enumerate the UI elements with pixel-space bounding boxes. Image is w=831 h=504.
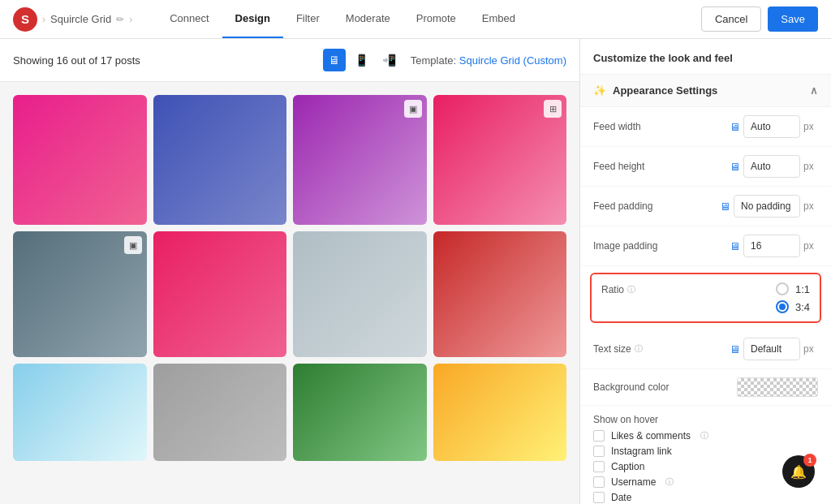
- monitor-icon[interactable]: 🖥: [730, 343, 740, 355]
- tab-moderate[interactable]: Moderate: [333, 0, 403, 38]
- monitor-icon[interactable]: 🖥: [730, 121, 740, 133]
- text-size-unit: px: [803, 343, 818, 355]
- grid-item[interactable]: [153, 95, 287, 225]
- likes-info-icon[interactable]: ⓘ: [700, 430, 708, 442]
- showing-text: Showing 16 out of 17 posts: [13, 54, 313, 67]
- ratio-options: 1:1 3:4: [776, 282, 810, 313]
- tab-connect[interactable]: Connect: [157, 0, 222, 38]
- grid-item[interactable]: ▣: [13, 231, 147, 357]
- ratio-row: Ratio ⓘ 1:1 3:4: [590, 273, 821, 323]
- tab-filter[interactable]: Filter: [283, 0, 333, 38]
- feed-height-row: Feed height 🖥 px: [580, 147, 831, 187]
- wand-icon: ✨: [593, 84, 606, 97]
- tab-embed[interactable]: Embed: [469, 0, 528, 38]
- background-color-row: Background color: [580, 369, 831, 406]
- text-size-info-icon[interactable]: ⓘ: [635, 343, 643, 355]
- feed-height-controls: 🖥 px: [730, 155, 818, 178]
- text-size-row: Text size ⓘ 🖥 px: [580, 330, 831, 369]
- username-info-icon[interactable]: ⓘ: [665, 476, 674, 488]
- grid-item[interactable]: ▣: [293, 95, 427, 225]
- monitor-icon[interactable]: 🖥: [730, 161, 740, 173]
- section-title: Appearance Settings: [613, 84, 717, 97]
- checkbox-likes[interactable]: [593, 430, 605, 442]
- cancel-button[interactable]: Cancel: [701, 6, 761, 32]
- right-panel: Customize the look and feel ✨ Appearance…: [579, 39, 831, 504]
- tablet-icon[interactable]: 📱: [351, 49, 373, 71]
- notification-badge: 1: [803, 454, 816, 467]
- background-color-picker[interactable]: [737, 377, 818, 397]
- mobile-icon[interactable]: 📲: [378, 49, 401, 71]
- image-padding-controls: 🖥 px: [730, 235, 818, 257]
- breadcrumb-chevron-2: ›: [129, 14, 132, 25]
- grid-item[interactable]: [293, 364, 427, 461]
- feed-padding-unit: px: [803, 200, 818, 212]
- panel-header: Customize the look and feel: [580, 39, 831, 75]
- breadcrumb-label: Squircle Grid: [50, 13, 111, 25]
- hover-username-label: Username: [611, 476, 656, 488]
- text-size-input[interactable]: [743, 338, 800, 360]
- feed-width-input[interactable]: [743, 115, 800, 138]
- radio-3-4[interactable]: [776, 300, 789, 313]
- feed-height-label: Feed height: [593, 161, 730, 172]
- radio-1-1[interactable]: [776, 282, 789, 295]
- hover-likes-label: Likes & comments: [611, 430, 691, 442]
- template-label: Template: Squircle Grid (Custom): [411, 54, 566, 67]
- ratio-1-1-label: 1:1: [795, 283, 810, 295]
- text-size-controls: 🖥 px: [730, 338, 818, 360]
- feed-padding-row: Feed padding 🖥 px: [580, 187, 831, 226]
- monitor-icon[interactable]: 🖥: [720, 200, 730, 213]
- nav-tabs: Connect Design Filter Moderate Promote E…: [157, 0, 528, 38]
- show-on-hover-label: Show on hover: [593, 414, 658, 425]
- tab-promote[interactable]: Promote: [403, 0, 469, 38]
- breadcrumb-chevron-1: ›: [42, 14, 45, 25]
- grid-item[interactable]: [13, 95, 147, 225]
- section-collapse-icon[interactable]: ∧: [810, 84, 818, 97]
- grid-item[interactable]: [293, 231, 427, 357]
- image-padding-label: Image padding: [593, 240, 730, 252]
- text-size-label: Text size ⓘ: [593, 343, 730, 355]
- image-padding-unit: px: [803, 240, 818, 252]
- show-on-hover-row: Show on hover Likes & comments ⓘ Instagr…: [580, 406, 831, 504]
- ratio-option-1-1[interactable]: 1:1: [776, 282, 810, 295]
- image-padding-input[interactable]: [743, 235, 800, 257]
- section-header: ✨ Appearance Settings ∧: [580, 75, 831, 107]
- app-logo: S: [13, 7, 37, 32]
- corner-badge: ▣: [404, 100, 422, 118]
- breadcrumb-edit-icon[interactable]: ✏: [116, 14, 124, 25]
- desktop-icon[interactable]: 🖥: [323, 49, 346, 71]
- hover-instagram-label: Instagram link: [611, 446, 672, 457]
- background-color-label: Background color: [593, 381, 737, 393]
- hover-date-label: Date: [611, 492, 631, 503]
- feed-width-unit: px: [803, 121, 818, 132]
- hover-option-date[interactable]: Date: [593, 492, 818, 503]
- template-link[interactable]: Squircle Grid (Custom): [459, 54, 566, 67]
- checkbox-date[interactable]: [593, 492, 605, 503]
- feed-height-input[interactable]: [743, 155, 800, 178]
- checkbox-caption[interactable]: [593, 461, 605, 472]
- grid-item[interactable]: ⊞: [433, 95, 567, 225]
- corner-badge: ▣: [124, 236, 142, 254]
- hover-option-likes[interactable]: Likes & comments ⓘ: [593, 430, 818, 442]
- feed-padding-input[interactable]: [734, 195, 800, 218]
- monitor-icon[interactable]: 🖥: [730, 240, 740, 252]
- checkbox-instagram[interactable]: [593, 446, 605, 457]
- feed-padding-controls: 🖥 px: [720, 195, 818, 218]
- feed-height-unit: px: [803, 161, 818, 172]
- content-toolbar: Showing 16 out of 17 posts 🖥 📱 📲 Templat…: [0, 39, 579, 82]
- grid-item[interactable]: [153, 364, 287, 461]
- hover-option-instagram[interactable]: Instagram link: [593, 446, 818, 457]
- ratio-option-3-4[interactable]: 3:4: [776, 300, 810, 313]
- grid-item[interactable]: [13, 364, 147, 461]
- feed-width-row: Feed width 🖥 px: [580, 107, 831, 147]
- image-padding-row: Image padding 🖥 px: [580, 226, 831, 266]
- save-button[interactable]: Save: [768, 6, 818, 32]
- grid-item[interactable]: [153, 231, 287, 357]
- notification-button[interactable]: 🔔 1: [782, 455, 815, 488]
- nav-actions: Cancel Save: [701, 6, 818, 32]
- grid-item[interactable]: [433, 231, 567, 357]
- tab-design[interactable]: Design: [222, 0, 283, 38]
- grid-item[interactable]: [433, 364, 567, 461]
- ratio-info-icon[interactable]: ⓘ: [627, 284, 635, 295]
- main-layout: Showing 16 out of 17 posts 🖥 📱 📲 Templat…: [0, 39, 831, 504]
- checkbox-username[interactable]: [593, 476, 605, 488]
